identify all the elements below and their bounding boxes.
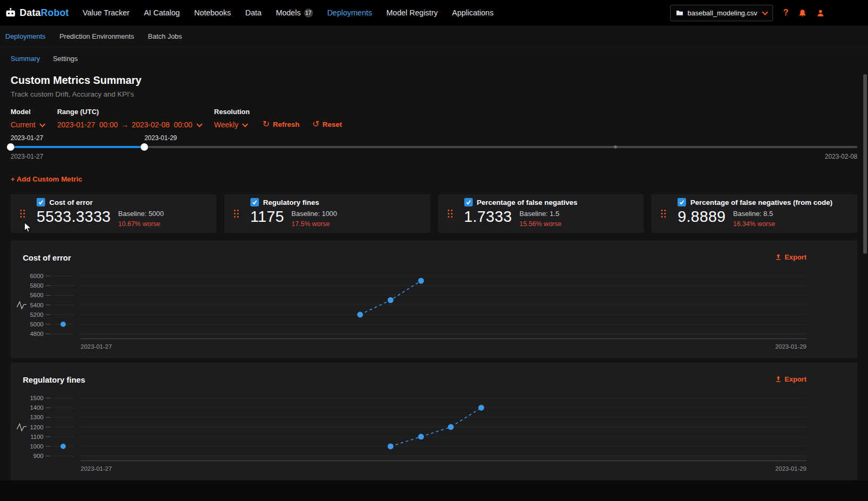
slider-max-label: 2023-02-08 xyxy=(825,153,857,160)
nav-deployments[interactable]: Deployments xyxy=(327,8,372,17)
data-point[interactable] xyxy=(388,297,394,303)
range-dropdown[interactable]: 2023-01-27 00:00 → 2023-02-08 00:00 xyxy=(57,120,202,129)
model-dropdown[interactable]: Current xyxy=(11,120,45,129)
logo-text: DataRobot xyxy=(20,7,69,19)
chart-title: Regulatory fines xyxy=(23,375,857,384)
y-axis-pulse-icon[interactable] xyxy=(17,424,27,431)
range-end-value: 2023-02-08 00:00 xyxy=(132,120,192,129)
nav-value-tracker[interactable]: Value Tracker xyxy=(83,8,129,17)
nav-notebooks[interactable]: Notebooks xyxy=(194,8,231,17)
datarobot-logo[interactable]: DataRobot xyxy=(5,7,69,19)
slider-min-label: 2023-01-27 xyxy=(11,153,43,160)
page-subtitle: Track custom Drift, Accuracy and KPI's xyxy=(11,90,857,98)
metric-checkbox[interactable] xyxy=(464,198,473,206)
model-control: Model Current xyxy=(11,108,45,129)
data-point[interactable] xyxy=(388,444,394,450)
tab-settings[interactable]: Settings xyxy=(53,55,78,63)
chevron-down-icon xyxy=(242,121,248,127)
subnav-deployments[interactable]: Deployments xyxy=(5,32,46,40)
folder-icon xyxy=(676,10,683,16)
drag-handle-icon[interactable] xyxy=(661,210,666,218)
nav-label: Model Registry xyxy=(386,8,438,17)
y-tick-label: 1200 xyxy=(30,424,44,430)
page-scrollbar-thumb[interactable] xyxy=(863,74,867,254)
slider-handle-left[interactable] xyxy=(7,143,14,151)
check-icon xyxy=(465,199,472,205)
metric-controls: Model Current Range (UTC) 2023-01-27 00:… xyxy=(11,108,857,129)
metric-checkbox[interactable] xyxy=(250,198,259,206)
data-point[interactable] xyxy=(448,424,454,430)
metric-checkbox[interactable] xyxy=(37,198,45,206)
subnav-batch-jobs[interactable]: Batch Jobs xyxy=(148,32,182,40)
export-label: Export xyxy=(785,253,806,261)
metric-delta: 16.34% worse xyxy=(733,219,775,229)
resolution-label: Resolution xyxy=(214,108,250,116)
notifications-button[interactable] xyxy=(798,9,806,17)
metric-card-false-negatives: Percentage of false negatives 1.7333 Bas… xyxy=(438,194,644,233)
data-point[interactable] xyxy=(357,312,363,317)
y-tick-label: 1500 xyxy=(30,395,44,401)
metric-card-regulatory-fines: Regulatory fines 1175 Baseline: 1000 17.… xyxy=(224,194,430,233)
y-tick-label: 1000 xyxy=(30,443,44,450)
metric-baseline: Baseline: 1000 xyxy=(291,209,337,219)
y-tick-label: 1300 xyxy=(30,414,44,420)
resolution-dropdown[interactable]: Weekly xyxy=(214,120,250,129)
nav-label: Notebooks xyxy=(194,8,231,17)
baseline-point[interactable] xyxy=(60,444,66,449)
main-nav: Value Tracker AI Catalog Notebooks Data … xyxy=(83,8,670,18)
baseline-point[interactable] xyxy=(60,322,66,327)
add-custom-metric-button[interactable]: + Add Custom Metric xyxy=(11,175,82,183)
user-menu-button[interactable] xyxy=(817,9,824,17)
export-button[interactable]: Export xyxy=(775,375,806,383)
slider-handle-right[interactable] xyxy=(141,143,148,151)
slider-marker xyxy=(614,145,617,149)
chevron-down-icon xyxy=(762,9,768,15)
export-button[interactable]: Export xyxy=(775,253,806,261)
slider-fill xyxy=(11,146,144,148)
dataset-selector[interactable]: baseball_modeling.csv xyxy=(670,5,774,21)
dataset-name: baseball_modeling.csv xyxy=(688,9,758,17)
metric-checkbox[interactable] xyxy=(678,198,686,206)
nav-model-registry[interactable]: Model Registry xyxy=(386,8,438,17)
top-navigation: DataRobot Value Tracker AI Catalog Noteb… xyxy=(0,0,868,25)
tab-summary[interactable]: Summary xyxy=(11,55,40,63)
metric-delta: 10.67% worse xyxy=(118,219,164,229)
data-point[interactable] xyxy=(479,405,484,411)
x-axis-start-label: 2023-01-27 xyxy=(81,343,112,350)
x-axis-end-label: 2023-01-29 xyxy=(775,465,806,472)
metric-card-cost-of-error: Cost of error 5533.3333 Baseline: 5000 1… xyxy=(11,194,216,233)
metric-line-chart: 1500140013001200110010009002023-01-27202… xyxy=(11,391,857,477)
check-icon xyxy=(38,199,44,205)
data-point[interactable] xyxy=(418,278,424,284)
drag-handle-icon[interactable] xyxy=(20,210,25,218)
export-icon xyxy=(775,376,782,383)
slider-range-labels: 2023-01-27 2023-02-08 xyxy=(11,153,857,160)
chart-title: Cost of error xyxy=(23,253,857,262)
y-tick-label: 900 xyxy=(33,453,44,459)
datarobot-robot-icon xyxy=(5,7,16,18)
reset-button[interactable]: ↺ Reset xyxy=(312,120,342,129)
refresh-button[interactable]: ↻ Refresh xyxy=(263,120,300,129)
bell-icon xyxy=(798,9,806,17)
nav-models[interactable]: Models17 xyxy=(276,8,313,18)
subnav-prediction-environments[interactable]: Prediction Environments xyxy=(59,32,134,40)
metric-card-body: Cost of error 5533.3333 Baseline: 5000 1… xyxy=(37,198,164,229)
range-control: Range (UTC) 2023-01-27 00:00 → 2023-02-0… xyxy=(57,108,202,129)
nav-data[interactable]: Data xyxy=(245,8,262,17)
drag-handle-icon[interactable] xyxy=(234,210,239,218)
regulatory-fines-chart: 1500140013001200110010009002023-01-27202… xyxy=(11,391,857,477)
nav-label: Data xyxy=(245,8,262,17)
nav-ai-catalog[interactable]: AI Catalog xyxy=(144,8,180,17)
data-point[interactable] xyxy=(418,434,424,439)
custom-metrics-main: Custom Metrics Summary Track custom Drif… xyxy=(0,74,868,480)
check-icon xyxy=(679,199,685,205)
x-axis-end-label: 2023-01-29 xyxy=(775,343,806,350)
help-button[interactable]: ? xyxy=(783,8,788,18)
nav-applications[interactable]: Applications xyxy=(452,8,493,17)
export-label: Export xyxy=(785,375,806,383)
y-axis-pulse-icon[interactable] xyxy=(17,302,27,309)
drag-handle-icon[interactable] xyxy=(448,210,453,218)
metric-value: 9.8889 xyxy=(678,209,726,224)
range-start-value: 2023-01-27 00:00 xyxy=(57,120,118,129)
cost-of-error-chart: 60005800560054005200500048002023-01-2720… xyxy=(11,269,857,355)
